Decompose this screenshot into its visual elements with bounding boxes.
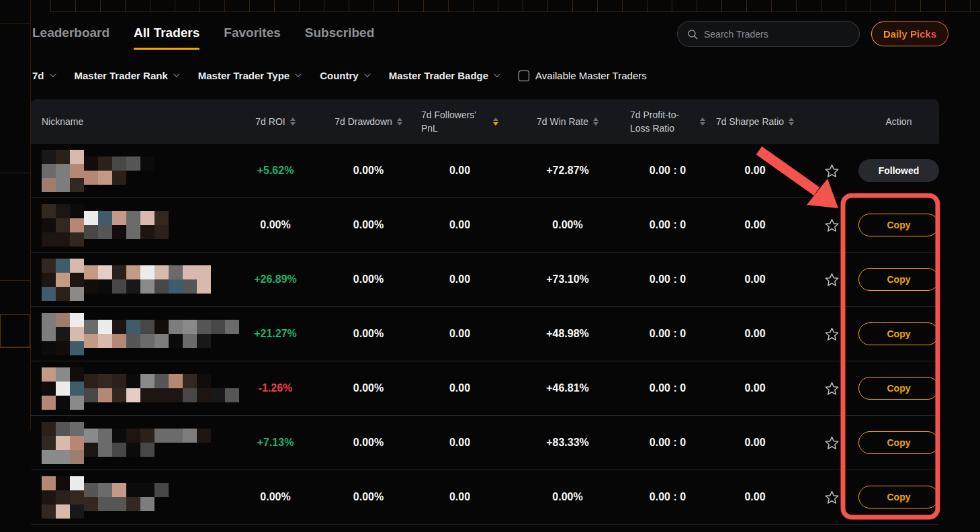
favorite-star-icon[interactable] [805, 490, 858, 504]
followers-pnl-value: 0.00 [414, 219, 505, 231]
trader-nickname-blurred[interactable] [31, 367, 228, 410]
drawdown-value: 0.00% [322, 382, 414, 394]
sort-triangles-icon[interactable] [700, 118, 705, 126]
trader-row[interactable]: +26.89%0.00%0.00+73.10%0.00 : 00.00Copy [31, 253, 939, 307]
followed-button[interactable]: Followed [858, 159, 939, 182]
favorite-star-icon[interactable] [805, 273, 858, 287]
sort-triangles-icon[interactable] [290, 118, 296, 126]
sort-triangles-icon[interactable] [593, 118, 598, 126]
favorite-star-icon[interactable] [805, 436, 858, 450]
background-gridline [0, 173, 30, 173]
sort-triangles-icon-active-desc[interactable] [493, 118, 498, 126]
search-box[interactable] [677, 21, 860, 47]
roi-value: +26.89% [228, 273, 322, 285]
drawdown-value: 0.00% [322, 437, 414, 449]
filter-master-trader-type[interactable]: Master Trader Type [198, 70, 300, 81]
trader-row[interactable]: +5.62%0.00%0.00+72.87%0.00 : 00.00Follow… [31, 144, 939, 198]
nickname-blur-mosaic [31, 150, 228, 192]
followers-pnl-value: 0.00 [414, 328, 505, 340]
favorite-star-icon[interactable] [805, 327, 858, 341]
column-header-nickname: Nickname [31, 116, 228, 127]
traders-table: Nickname 7d ROI 7d Drawdown 7d Followers… [31, 99, 939, 525]
trader-row[interactable]: 0.00%0.00%0.000.00%0.00 : 00.00Copy [31, 198, 939, 253]
chevron-down-icon [173, 71, 180, 77]
win-rate-value: +72.87% [505, 165, 630, 177]
sharpe-ratio-value: 0.00 [705, 437, 805, 449]
filter-master-trader-rank[interactable]: Master Trader Rank [75, 70, 178, 81]
profit-loss-ratio-value: 0.00 : 0 [630, 219, 705, 231]
filter-bar: 7d Master Trader Rank Master Trader Type… [32, 70, 647, 81]
background-chart-box [0, 314, 30, 348]
sharpe-ratio-value: 0.00 [705, 382, 805, 394]
column-header-roi[interactable]: 7d ROI [228, 116, 322, 127]
sharpe-ratio-value: 0.00 [705, 328, 805, 340]
nickname-blur-mosaic [31, 422, 228, 464]
followers-pnl-value: 0.00 [414, 273, 505, 285]
copy-button[interactable]: Copy [858, 431, 939, 454]
column-header-sharpe-ratio[interactable]: 7d Sharpe Ratio [705, 116, 805, 127]
nickname-blur-mosaic [31, 367, 228, 410]
column-header-profit-loss-ratio[interactable]: 7d Profit-to-Loss Ratio [630, 108, 705, 136]
favorite-star-icon[interactable] [805, 164, 858, 178]
trader-nickname-blurred[interactable] [31, 204, 228, 247]
column-header-drawdown[interactable]: 7d Drawdown [322, 116, 414, 127]
trader-avatar-blurred [42, 476, 84, 519]
trader-nickname-blurred[interactable] [31, 422, 228, 464]
trader-avatar-blurred [42, 259, 84, 301]
daily-picks-button[interactable]: Daily Picks [871, 21, 948, 46]
tab-all-traders[interactable]: All Traders [134, 26, 199, 50]
win-rate-value: +83.33% [505, 437, 630, 449]
filter-label: Master Trader Rank [75, 70, 168, 81]
chevron-down-icon [364, 71, 371, 77]
available-master-traders-filter[interactable]: Available Master Traders [519, 70, 647, 81]
roi-value: +7.13% [228, 437, 322, 449]
drawdown-value: 0.00% [322, 165, 414, 177]
favorite-star-icon[interactable] [805, 218, 858, 232]
trader-row[interactable]: +7.13%0.00%0.00+83.33%0.00 : 00.00Copy [31, 416, 939, 470]
nickname-blur-mosaic [31, 313, 228, 355]
background-gridline [0, 24, 30, 24]
copy-button[interactable]: Copy [858, 214, 939, 236]
copy-button[interactable]: Copy [858, 268, 939, 291]
chevron-down-icon [494, 71, 500, 77]
roi-value: 0.00% [228, 491, 322, 503]
drawdown-value: 0.00% [322, 328, 414, 340]
trader-avatar-blurred [42, 367, 84, 410]
tab-leaderboard[interactable]: Leaderboard [32, 26, 109, 50]
win-rate-value: 0.00% [505, 491, 630, 503]
trader-row[interactable]: 0.00%0.00%0.000.00%0.00 : 00.00Copy [31, 470, 939, 525]
column-header-win-rate[interactable]: 7d Win Rate [505, 116, 630, 127]
filter-timeframe[interactable]: 7d [32, 70, 54, 81]
filter-label: Master Trader Badge [389, 70, 488, 81]
profit-loss-ratio-value: 0.00 : 0 [630, 382, 705, 394]
trader-nickname-blurred[interactable] [31, 313, 228, 355]
copy-button[interactable]: Copy [858, 377, 939, 400]
chevron-down-icon [295, 71, 302, 77]
roi-value: -1.26% [228, 382, 322, 394]
background-gridline [0, 347, 30, 347]
followers-pnl-value: 0.00 [414, 382, 505, 394]
filter-country[interactable]: Country [320, 70, 369, 81]
checkbox-unchecked[interactable] [519, 71, 529, 81]
win-rate-value: +48.98% [505, 328, 630, 340]
trader-row[interactable]: -1.26%0.00%0.00+46.81%0.00 : 00.00Copy [31, 361, 939, 416]
trader-nickname-blurred[interactable] [31, 476, 228, 519]
filter-master-trader-badge[interactable]: Master Trader Badge [389, 70, 498, 81]
favorite-star-icon[interactable] [805, 382, 858, 396]
sort-triangles-icon[interactable] [789, 118, 794, 126]
table-body: +5.62%0.00%0.00+72.87%0.00 : 00.00Follow… [31, 144, 939, 525]
sort-triangles-icon[interactable] [397, 118, 402, 126]
search-input[interactable] [704, 29, 850, 40]
background-chart-grid [50, 0, 980, 12]
daily-picks-label: Daily Picks [883, 28, 936, 40]
column-header-followers-pnl[interactable]: 7d Followers' PnL [414, 108, 505, 136]
nickname-blur-mosaic [31, 476, 228, 519]
copy-button[interactable]: Copy [858, 486, 939, 508]
trader-nickname-blurred[interactable] [31, 150, 228, 192]
copy-button[interactable]: Copy [858, 322, 939, 345]
tab-subscribed[interactable]: Subscribed [305, 26, 374, 50]
drawdown-value: 0.00% [322, 273, 414, 285]
trader-nickname-blurred[interactable] [31, 259, 228, 301]
tab-favorites[interactable]: Favorites [224, 26, 280, 50]
trader-row[interactable]: +21.27%0.00%0.00+48.98%0.00 : 00.00Copy [31, 307, 939, 361]
